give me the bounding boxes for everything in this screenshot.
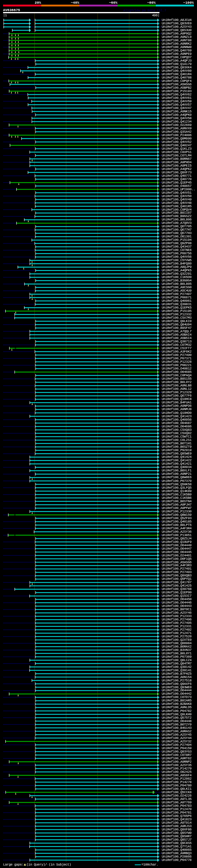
svg-text:~60%: ~60% bbox=[109, 1, 118, 5]
svg-text:|1: |1 bbox=[3, 13, 7, 17]
svg-text:AV636675: AV636675 bbox=[3, 8, 20, 12]
svg-text:AlignView.pm Beta rel.7: AlignView.pm Beta rel.7 bbox=[124, 9, 166, 12]
svg-text:~40%: ~40% bbox=[71, 1, 79, 5]
svg-text:(in Query)/: (in Query)/ bbox=[27, 863, 47, 866]
svg-text:496|: 496| bbox=[152, 13, 159, 17]
svg-text:20%: 20% bbox=[35, 1, 41, 5]
svg-text:(in Subject): (in Subject) bbox=[48, 863, 71, 866]
svg-text:=100char.: =100char. bbox=[141, 863, 158, 866]
svg-text:~80%: ~80% bbox=[147, 1, 156, 5]
svg-text:Large gaps:: Large gaps: bbox=[3, 863, 24, 866]
svg-text:UniRef100_P04778: UniRef100_P04778 bbox=[162, 858, 192, 862]
svg-text:~100%: ~100% bbox=[183, 1, 194, 5]
